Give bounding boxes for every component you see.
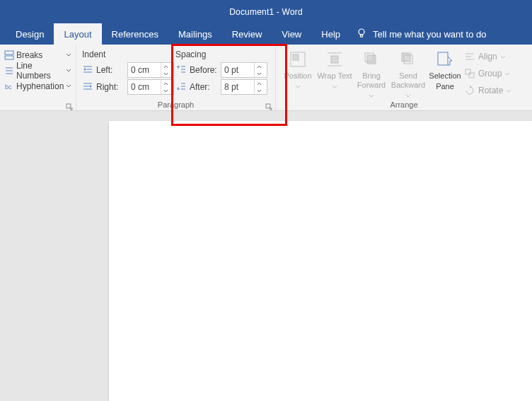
spin-up-icon[interactable] [255,80,264,87]
spin-down-icon[interactable] [255,70,264,77]
spacing-before-icon [175,64,187,76]
tab-help[interactable]: Help [311,23,350,45]
indent-left-spinner[interactable] [127,62,174,78]
spacing-heading: Spacing [175,47,270,62]
bring-forward-button[interactable]: Bring Forward [354,47,389,100]
spinner-buttons[interactable] [254,80,264,94]
chevron-down-icon [66,66,71,76]
title-bar: Document1 - Word [0,0,532,23]
spacing-after-icon [175,81,187,93]
spacing-before-spinner[interactable] [221,62,267,78]
tab-references[interactable]: References [102,23,168,45]
svg-rect-29 [402,53,410,62]
align-button[interactable]: Align [464,49,511,64]
paragraph-launcher[interactable] [265,100,272,107]
lightbulb-icon [356,28,367,41]
document-page[interactable] [109,121,532,401]
spacing-after-spinner[interactable] [221,79,267,95]
spin-down-icon[interactable] [161,70,170,77]
spin-up-icon[interactable] [161,63,170,70]
position-icon [288,49,308,70]
chevron-down-icon [506,86,511,95]
document-title: Document1 - Word [229,7,303,17]
svg-rect-27 [367,55,376,64]
spacing-after-label: After: [190,82,218,92]
group-paragraph: Indent Left: Right: [76,45,276,110]
tab-view[interactable]: View [272,23,311,45]
chevron-down-icon [295,82,301,91]
wrap-text-icon [325,49,345,70]
tab-design[interactable]: Design [6,23,54,45]
indent-right-input[interactable] [128,82,161,92]
svg-rect-1 [361,35,363,37]
send-backward-label: Send Backward [391,71,426,90]
spacing-after-input[interactable] [221,82,254,92]
svg-rect-3 [5,56,13,59]
chevron-down-icon [405,91,411,100]
svg-text:bc: bc [5,83,12,91]
indent-right-icon [82,81,93,93]
chevron-down-icon [66,50,71,60]
chevron-down-icon [369,91,374,100]
indent-left-input[interactable] [128,65,161,75]
arrange-group-label: Arrange [276,100,532,109]
spinner-buttons[interactable] [254,63,264,77]
svg-rect-2 [5,51,13,54]
bring-forward-label: Bring Forward [354,71,389,90]
spin-up-icon[interactable] [255,63,264,70]
send-backward-button[interactable]: Send Backward [391,47,426,100]
position-button[interactable]: Position [280,47,316,91]
spacing-before-input[interactable] [221,65,254,75]
hyphenation-button[interactable]: bc Hyphenation [4,79,71,94]
document-area [0,111,532,401]
tab-layout[interactable]: Layout [54,23,101,45]
tell-me-label: Tell me what you want to do [373,29,486,40]
chevron-down-icon [504,69,510,79]
selection-pane-icon [435,49,455,70]
tell-me-search[interactable]: Tell me what you want to do [356,23,486,45]
tab-review[interactable]: Review [222,23,272,45]
chevron-down-icon [66,81,71,91]
group-arrange: Position Wrap Text Bring Forward Send Ba… [276,45,532,110]
spin-down-icon[interactable] [255,87,264,94]
indent-left-label: Left: [96,65,125,75]
send-backward-icon [398,49,418,70]
spinner-buttons[interactable] [161,63,170,77]
line-numbers-label: Line Numbers [16,61,64,81]
spinner-buttons[interactable] [161,80,170,94]
wrap-text-button[interactable]: Wrap Text [317,47,352,91]
selection-pane-label2: Pane [436,82,454,91]
wrap-text-label: Wrap Text [317,71,352,81]
group-icon [464,68,475,79]
indent-right-label: Right: [96,82,125,92]
align-label: Align [478,52,497,62]
hyphenation-label: Hyphenation [16,81,64,91]
svg-rect-35 [466,69,470,74]
svg-rect-23 [293,54,299,60]
ribbon-tabs: Design Layout References Mailings Review… [0,23,532,45]
position-label: Position [284,71,311,81]
chevron-down-icon [332,82,337,91]
page-setup-launcher[interactable] [66,100,73,107]
group-page-setup: Breaks Line Numbers bc Hyphenation [0,45,76,110]
svg-rect-36 [469,73,474,78]
chevron-down-icon [500,52,506,62]
ribbon: Breaks Line Numbers bc Hyphenation Inden… [0,45,532,111]
rotate-button[interactable]: Rotate [464,83,511,98]
bring-forward-icon [362,49,381,70]
spin-up-icon[interactable] [161,80,170,87]
indent-left-icon [82,64,93,76]
group-objects-button[interactable]: Group [464,66,511,81]
indent-heading: Indent [82,47,174,62]
rotate-label: Rotate [478,86,503,95]
tab-mailings[interactable]: Mailings [168,23,222,45]
svg-rect-24 [331,56,338,63]
svg-point-0 [359,29,364,35]
spacing-before-label: Before: [190,65,218,75]
selection-pane-button[interactable]: Selection Pane [427,47,463,91]
align-icon [464,51,475,62]
line-numbers-button[interactable]: Line Numbers [4,63,71,79]
spin-down-icon[interactable] [161,87,170,94]
breaks-label: Breaks [16,50,42,60]
indent-right-spinner[interactable] [127,79,174,95]
